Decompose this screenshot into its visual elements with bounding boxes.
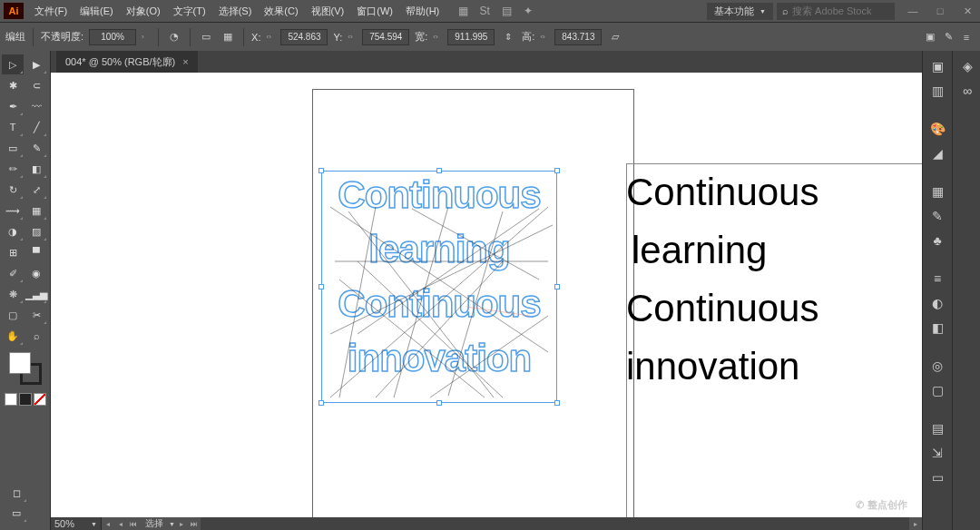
screen-mode[interactable]: ▭	[5, 503, 27, 523]
eyedropper-tool[interactable]: ✐	[2, 263, 24, 283]
canvas[interactable]: Continuous learning Continuous innovatio…	[51, 73, 922, 517]
magic-wand-tool[interactable]: ✱	[2, 75, 24, 95]
menu-effect[interactable]: 效果(C)	[259, 3, 303, 20]
handle-top-left[interactable]	[318, 168, 324, 173]
transparency-panel-icon[interactable]: ◧	[923, 316, 952, 339]
shaper-tool[interactable]: ✏	[2, 159, 24, 179]
artboards-panel-icon[interactable]: ▭	[923, 466, 952, 489]
gpu-icon[interactable]: ✦	[521, 4, 535, 18]
artboard-first-button[interactable]: ⏮	[127, 517, 140, 530]
curvature-tool[interactable]: 〰	[25, 96, 47, 116]
line-tool[interactable]: ╱	[25, 117, 47, 137]
menu-select[interactable]: 选择(S)	[213, 3, 258, 20]
link-wh-icon[interactable]: ⇕	[500, 29, 516, 45]
handle-left-mid[interactable]	[318, 284, 324, 290]
close-button[interactable]: ✕	[958, 4, 976, 18]
asset-export-panel-icon[interactable]: ⇲	[923, 441, 952, 465]
symbols-panel-icon[interactable]: ♣	[923, 229, 952, 252]
shape-mode-icon[interactable]: ▱	[607, 29, 623, 45]
color-guide-panel-icon[interactable]: ◢	[923, 142, 952, 165]
menu-edit[interactable]: 编辑(E)	[74, 3, 119, 20]
arrange-icon[interactable]: ▤	[499, 4, 514, 18]
scale-tool[interactable]: ⤢	[25, 180, 47, 200]
pen-tool[interactable]: ✒	[2, 96, 24, 116]
eraser-tool[interactable]: ◧	[25, 159, 47, 179]
layers-icon[interactable]: ◈	[953, 54, 980, 78]
menu-type[interactable]: 文字(T)	[168, 3, 211, 20]
document-tab[interactable]: 004* @ 50% (RGB/轮廓) ×	[56, 51, 198, 73]
free-transform-tool[interactable]: ▦	[25, 201, 47, 221]
direct-selection-tool[interactable]: ▶	[25, 54, 47, 74]
artboard-prev-button[interactable]: ◂	[114, 517, 127, 530]
workspace-selector[interactable]: 基本功能▼	[707, 3, 773, 20]
lasso-tool[interactable]: ⊂	[25, 75, 47, 95]
tab-close-icon[interactable]: ×	[182, 56, 188, 67]
draw-mode[interactable]: ◻	[5, 483, 27, 503]
perspective-tool[interactable]: ▨	[25, 221, 47, 241]
hand-tool[interactable]: ✋	[2, 326, 24, 346]
graphic-styles-panel-icon[interactable]: ▢	[923, 378, 952, 402]
gradient-panel-icon[interactable]: ◐	[923, 291, 952, 315]
artboard-last-button[interactable]: ⏭	[188, 517, 201, 530]
gradient-tool[interactable]: ▀	[25, 242, 47, 262]
slice-tool[interactable]: ✂	[25, 305, 47, 325]
handle-bottom-mid[interactable]	[436, 400, 442, 406]
handle-right-mid[interactable]	[554, 284, 560, 290]
menu-file[interactable]: 文件(F)	[29, 3, 73, 20]
align-icon[interactable]: ▭	[198, 29, 214, 45]
scroll-right-button[interactable]: ▸	[909, 517, 922, 530]
transform-icon[interactable]: ▦	[220, 29, 236, 45]
h-input[interactable]	[554, 29, 602, 45]
y-input[interactable]	[362, 29, 409, 45]
bridge-icon[interactable]: ▦	[456, 4, 470, 18]
width-tool[interactable]: ⟿	[2, 201, 24, 221]
libraries-panel-icon[interactable]: ▥	[923, 79, 952, 103]
fill-stroke-swatch[interactable]	[9, 352, 42, 385]
swatches-panel-icon[interactable]: ▦	[923, 180, 952, 203]
handle-top-right[interactable]	[554, 168, 560, 173]
mesh-tool[interactable]: ⊞	[2, 242, 24, 262]
layers-panel-icon[interactable]: ▤	[923, 417, 952, 440]
handle-bottom-right[interactable]	[554, 400, 560, 406]
rotate-tool[interactable]: ↻	[2, 180, 24, 200]
handle-bottom-left[interactable]	[318, 400, 324, 406]
more-icon[interactable]: ≡	[958, 29, 975, 45]
rectangle-tool[interactable]: ▭	[2, 138, 24, 158]
opacity-stepper[interactable]: ›	[142, 34, 151, 40]
brushes-panel-icon[interactable]: ✎	[923, 204, 952, 228]
maximize-button[interactable]: □	[931, 4, 949, 18]
style-icon[interactable]: ◔	[166, 29, 182, 45]
shape-builder-tool[interactable]: ◑	[2, 221, 24, 241]
fill-color[interactable]	[9, 352, 31, 374]
zoom-tool[interactable]: ⌕	[25, 326, 47, 346]
menu-object[interactable]: 对象(O)	[121, 3, 166, 20]
appearance-panel-icon[interactable]: ◎	[923, 354, 952, 378]
w-input[interactable]	[447, 29, 495, 45]
none-mode[interactable]	[34, 393, 46, 406]
menu-help[interactable]: 帮助(H)	[400, 3, 445, 20]
properties-panel-icon[interactable]: ▣	[923, 54, 952, 78]
stock-icon[interactable]: St	[477, 4, 492, 18]
zoom-selector[interactable]: 50%▼	[51, 517, 102, 530]
horizontal-scrollbar[interactable]	[201, 517, 909, 530]
gradient-mode[interactable]	[19, 393, 32, 406]
isolate-icon[interactable]: ▣	[922, 29, 938, 45]
color-panel-icon[interactable]: 🎨	[923, 117, 952, 141]
x-input[interactable]	[280, 29, 328, 45]
color-mode[interactable]	[5, 393, 17, 406]
artboard-next-button[interactable]: ▸	[175, 517, 188, 530]
handle-top-mid[interactable]	[436, 168, 442, 173]
type-tool[interactable]: T	[2, 117, 24, 137]
stroke-panel-icon[interactable]: ≡	[923, 267, 952, 290]
edit-icon[interactable]: ✎	[940, 29, 956, 45]
paintbrush-tool[interactable]: ✎	[25, 138, 47, 158]
menu-window[interactable]: 窗口(W)	[351, 3, 398, 20]
symbol-sprayer-tool[interactable]: ❋	[2, 284, 24, 304]
artboard-tool[interactable]: ▢	[2, 305, 24, 325]
selection-tool[interactable]: ▷	[2, 54, 24, 74]
solid-text-object[interactable]: Continuous learning Continuous innovatio…	[626, 163, 922, 396]
search-input[interactable]: ⌕搜索 Adobe Stock	[777, 3, 895, 20]
status-mode[interactable]: 选择	[140, 517, 169, 530]
minimize-button[interactable]: —	[904, 4, 922, 18]
cc-icon[interactable]: ∞	[953, 79, 980, 103]
